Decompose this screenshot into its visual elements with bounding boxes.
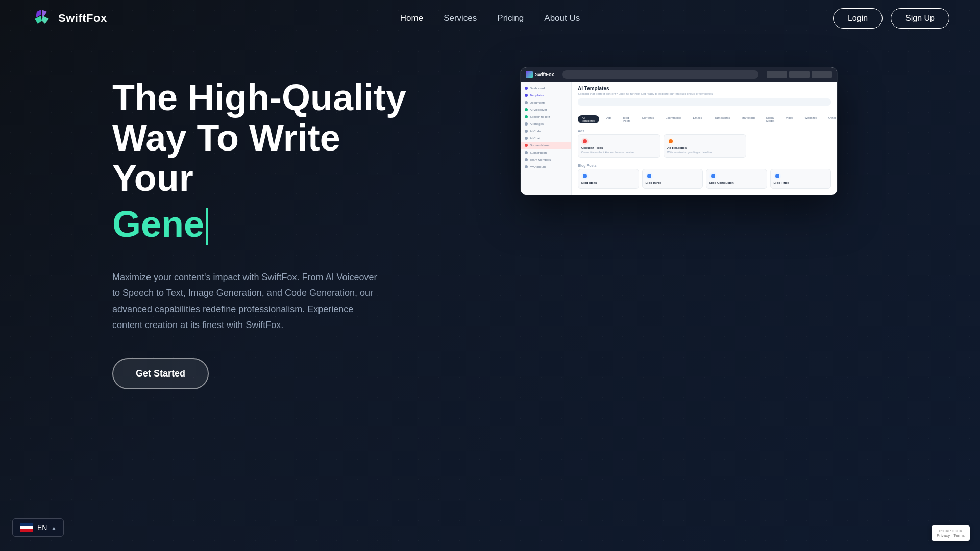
language-code: EN [37, 523, 47, 532]
app-main-title: AI Templates [578, 86, 831, 91]
app-card-clickbait: Clickbait Titles Create title much click… [578, 134, 660, 158]
brand-name: SwiftFox [58, 12, 107, 25]
nav-pricing[interactable]: Pricing [497, 13, 524, 23]
app-card-empty [749, 134, 831, 158]
hero-heading: The High-Quality Way To Write Your [112, 78, 459, 199]
nav-links: Home Services Pricing About Us [400, 13, 580, 23]
app-ads-cards: Clickbait Titles Create title much click… [572, 134, 837, 161]
app-card-blog-intros: Blog Intros [642, 169, 703, 189]
chevron-down-icon: ▲ [51, 525, 56, 531]
language-switcher[interactable]: EN ▲ [12, 518, 64, 537]
login-button[interactable]: Login [833, 8, 883, 29]
brand: SwiftFox [31, 8, 107, 29]
app-topbar: SwiftFox [521, 67, 837, 82]
recaptcha-badge: reCAPTCHA Privacy - Terms [932, 525, 970, 541]
app-preview-container: SwiftFox Dashboard Templates Documents A… [490, 67, 868, 195]
signup-button[interactable]: Sign Up [891, 8, 949, 29]
navbar: SwiftFox Home Services Pricing About Us … [0, 0, 980, 37]
get-started-button[interactable]: Get Started [112, 358, 209, 389]
app-tabs: All templates Ads Blog Posts Contents Ec… [572, 113, 837, 126]
recaptcha-logo: reCAPTCHA [939, 529, 962, 533]
app-section-ads: Ads [572, 126, 837, 134]
hero-animated-word: Gene [112, 203, 459, 249]
brand-logo-icon [31, 8, 52, 29]
app-card-headlines: Ad Headlines Write an attention grabbing… [664, 134, 746, 158]
hero-content: The High-Quality Way To Write Your Gene … [112, 67, 459, 389]
app-body: Dashboard Templates Documents AI Voiceov… [521, 82, 837, 195]
nav-home[interactable]: Home [400, 13, 423, 23]
nav-about[interactable]: About Us [544, 13, 580, 23]
app-sidebar: Dashboard Templates Documents AI Voiceov… [521, 82, 572, 195]
app-main-subtitle: Seeking that perfect content? Look no fu… [578, 92, 831, 95]
app-main: AI Templates Seeking that perfect conten… [572, 82, 837, 195]
hero-section: The High-Quality Way To Write Your Gene … [0, 37, 980, 389]
nav-actions: Login Sign Up [833, 8, 949, 29]
app-card-blog-ideas: Blog Ideas [578, 169, 639, 189]
nav-services[interactable]: Services [444, 13, 477, 23]
app-section-blog: Blog Posts [572, 161, 837, 169]
app-screenshot: SwiftFox Dashboard Templates Documents A… [521, 67, 837, 195]
app-topbar-logo: SwiftFox [526, 71, 554, 78]
recaptcha-links: Privacy - Terms [937, 533, 965, 538]
app-card-blog-titles: Blog Titles [770, 169, 831, 189]
typing-cursor [206, 208, 208, 245]
hero-description: Maximize your content's impact with Swif… [112, 269, 378, 334]
app-card-blog-conclusion: Blog Conclusion [706, 169, 767, 189]
app-blog-cards: Blog Ideas Blog Intros Blo [572, 169, 837, 192]
flag-icon [20, 523, 33, 532]
